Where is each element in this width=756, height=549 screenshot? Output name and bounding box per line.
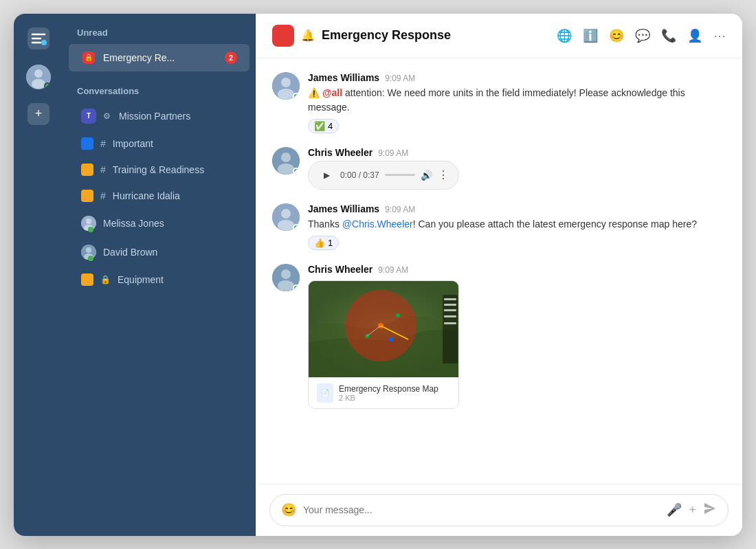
sidebar: Unread 🔒 Emergency Re... 2 Conversations… [63, 14, 256, 536]
message-avatar [272, 147, 300, 175]
svg-point-15 [281, 153, 291, 162]
sidebar-item-melissa-jones[interactable]: Melissa Jones [69, 210, 249, 237]
message-header: Chris Wheeler 9:09 AM [308, 264, 726, 275]
add-attachment-icon[interactable]: + [689, 503, 696, 517]
mention-all: @all [322, 87, 342, 98]
hash-icon: # [100, 138, 106, 149]
sidebar-item-training-readiness[interactable]: # Training & Readiness [69, 157, 249, 182]
emoji-input-icon[interactable]: 😊 [281, 502, 296, 517]
add-button[interactable]: + [27, 103, 49, 125]
svg-rect-36 [444, 322, 456, 324]
message-header: James Williams 9:09 AM [308, 203, 726, 214]
reaction-button[interactable]: 👍 1 [308, 236, 339, 250]
sidebar-item-important[interactable]: # Important [69, 131, 249, 156]
message-input[interactable] [303, 504, 660, 515]
message-content: Chris Wheeler 9:09 AM [308, 264, 726, 409]
map-image: 📄 Emergency Response Map 2 KB [308, 280, 459, 409]
sidebar-item-label: Melissa Jones [103, 218, 164, 229]
channel-icon [272, 25, 294, 47]
globe-icon[interactable]: 🌐 [557, 28, 572, 43]
svg-point-1 [41, 40, 47, 45]
microphone-icon[interactable]: 🎤 [667, 502, 682, 517]
emoji-icon[interactable]: 😊 [609, 28, 624, 43]
sidebar-item-label: Important [113, 138, 153, 149]
file-icon: 📄 [317, 383, 333, 403]
avatar[interactable] [26, 65, 51, 89]
info-icon[interactable]: ℹ️ [583, 28, 598, 43]
message-time: 9:09 AM [385, 74, 415, 83]
message-author: Chris Wheeler [308, 147, 373, 158]
channel-color-dot [81, 273, 93, 286]
message-avatar [272, 203, 300, 231]
sidebar-item-label: Training & Readiness [113, 164, 204, 175]
svg-point-16 [278, 164, 294, 175]
online-status-dot [44, 82, 51, 89]
hash-icon: # [100, 164, 106, 175]
audio-player: ▶ 0:00 / 0:37 🔊 ⋮ [308, 161, 459, 190]
chat-bubble-icon[interactable]: 💬 [635, 28, 650, 43]
play-button[interactable]: ▶ [318, 167, 335, 183]
svg-point-6 [86, 219, 91, 224]
sidebar-item-david-brown[interactable]: David Brown [69, 238, 249, 266]
more-icon[interactable]: ⋯ [713, 28, 726, 43]
volume-icon[interactable]: 🔊 [421, 170, 432, 181]
svg-point-3 [34, 69, 43, 78]
channel-color-dot [81, 164, 93, 176]
conversations-label: Conversations [63, 72, 255, 102]
svg-rect-33 [444, 304, 456, 306]
online-dot [88, 256, 93, 261]
file-size: 2 KB [339, 394, 438, 402]
sidebar-item-label: Equipment [118, 274, 164, 285]
avatar-status [293, 168, 300, 175]
sidebar-item-hurricane-idalia[interactable]: # Hurricane Idalia [69, 183, 249, 208]
message-input-wrapper: 😊 🎤 + [269, 494, 729, 526]
sidebar-item-mission-partners[interactable]: T ⚙ Mission Partners [69, 102, 249, 130]
channel-icon: 🔒 [81, 50, 96, 65]
chat-area: 🔔 Emergency Response 🌐 ℹ️ 😊 💬 📞 👤 ⋯ [256, 14, 742, 536]
person-icon[interactable]: 👤 [687, 28, 702, 43]
send-icon[interactable] [703, 502, 717, 519]
message-avatar [272, 264, 300, 291]
svg-point-21 [281, 269, 291, 279]
message: Chris Wheeler 9:09 AM [272, 264, 726, 409]
sidebar-item-label: Emergency Re... [103, 52, 175, 63]
channel-color-dot [81, 137, 93, 150]
svg-point-12 [281, 78, 291, 87]
message-content: James Williams 9:09 AM Thanks @Chris.Whe… [308, 203, 726, 250]
reaction-button[interactable]: ✅ 4 [308, 119, 339, 133]
settings-icon: ⚙ [103, 111, 111, 121]
file-name: Emergency Response Map [339, 384, 438, 394]
audio-more-icon[interactable]: ⋮ [438, 168, 449, 181]
message-author: James Williams [308, 203, 379, 214]
team-icon: T [81, 109, 96, 124]
message-author: James Williams [308, 72, 379, 83]
svg-point-26 [396, 313, 400, 317]
chat-header: 🔔 Emergency Response 🌐 ℹ️ 😊 💬 📞 👤 ⋯ [256, 14, 742, 58]
message-text: ⚠️ @all attention: We need more units in… [308, 86, 726, 115]
audio-progress-bar[interactable] [385, 174, 415, 176]
svg-point-18 [281, 209, 291, 219]
audio-current-time: 0:00 / 0:37 [340, 170, 379, 180]
messages-area: James Williams 9:09 AM ⚠️ @all attention… [256, 58, 742, 484]
map-visual [309, 281, 459, 377]
reaction-count: 4 [328, 121, 333, 131]
phone-icon[interactable]: 📞 [661, 28, 676, 43]
avatar-status [293, 284, 300, 291]
mention: @Chris.Wheeler [342, 219, 413, 229]
message-time: 9:09 AM [378, 265, 408, 275]
svg-point-22 [278, 280, 294, 291]
avatar-status [293, 224, 300, 231]
hash-icon: # [100, 190, 106, 201]
lock-icon: 🔒 [100, 275, 111, 284]
message: James Williams 9:09 AM Thanks @Chris.Whe… [272, 203, 726, 250]
svg-rect-32 [444, 298, 456, 300]
message-text: Thanks @Chris.Wheeler! Can you please at… [308, 217, 726, 232]
channel-color-dot [81, 190, 93, 202]
message: Chris Wheeler 9:09 AM ▶ 0:00 / 0:37 🔊 ⋮ [272, 147, 726, 190]
chat-title: Emergency Response [322, 28, 451, 43]
sidebar-item-emergency-response[interactable]: 🔒 Emergency Re... 2 [69, 44, 249, 71]
sidebar-item-equipment[interactable]: 🔒 Equipment [69, 267, 249, 292]
svg-point-19 [278, 220, 294, 231]
message-content: James Williams 9:09 AM ⚠️ @all attention… [308, 72, 726, 133]
sidebar-item-label: David Brown [103, 247, 157, 258]
